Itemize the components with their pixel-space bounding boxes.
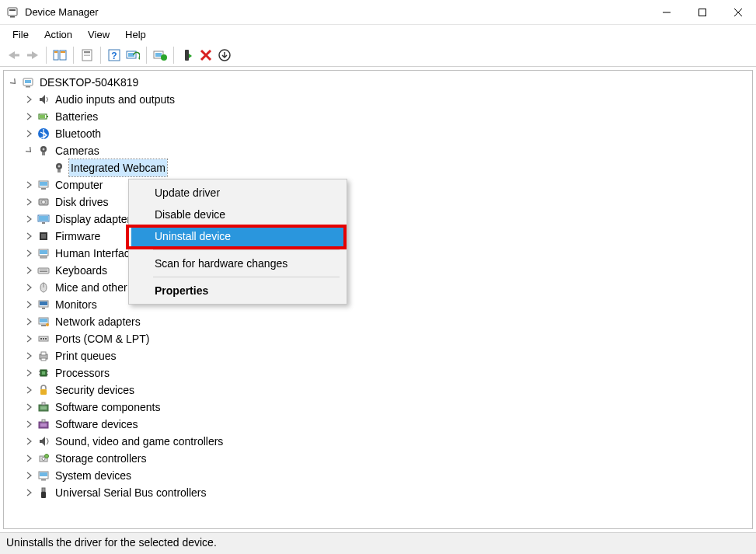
expand-toggle[interactable] xyxy=(24,214,35,225)
tree-root[interactable]: DESKTOP-504K819 xyxy=(9,74,752,91)
menu-view[interactable]: View xyxy=(80,27,117,42)
category-cpu[interactable]: Processors xyxy=(9,364,752,382)
node-label: Storage controllers xyxy=(54,450,148,467)
port-icon xyxy=(37,332,51,346)
battery-icon xyxy=(37,110,51,124)
close-button[interactable] xyxy=(720,0,756,25)
collapse-toggle[interactable] xyxy=(9,77,19,88)
expand-toggle[interactable] xyxy=(24,487,35,498)
svg-rect-14 xyxy=(84,51,90,53)
category-disk[interactable]: Disk drives xyxy=(9,193,752,211)
expand-toggle[interactable] xyxy=(24,385,35,395)
expand-toggle[interactable] xyxy=(24,179,35,190)
category-monitor[interactable]: Monitors xyxy=(9,296,752,313)
uninstall-device-button[interactable] xyxy=(197,46,215,64)
category-security[interactable]: Security devices xyxy=(9,382,752,399)
expand-toggle[interactable] xyxy=(24,453,35,464)
expand-toggle[interactable] xyxy=(24,111,35,122)
svg-rect-93 xyxy=(41,492,46,498)
svg-rect-90 xyxy=(40,472,47,476)
menu-file[interactable]: File xyxy=(5,27,37,42)
category-port[interactable]: Ports (COM & LPT) xyxy=(9,330,752,347)
category-swcomp[interactable]: Software components xyxy=(9,399,752,416)
maximize-button[interactable] xyxy=(685,0,720,25)
category-sound[interactable]: Sound, video and game controllers xyxy=(9,433,752,450)
svg-rect-29 xyxy=(25,80,31,83)
svg-rect-84 xyxy=(40,423,47,427)
statusbar: Uninstalls the driver for the selected d… xyxy=(0,532,756,554)
expand-toggle[interactable] xyxy=(24,94,35,105)
forward-button[interactable] xyxy=(23,46,42,64)
expand-toggle[interactable] xyxy=(24,419,35,430)
node-label: Firmware xyxy=(54,228,102,245)
back-button[interactable] xyxy=(5,46,23,64)
expand-toggle[interactable] xyxy=(24,197,35,207)
category-camera[interactable]: Cameras xyxy=(9,142,752,159)
category-bluetooth[interactable]: Bluetooth xyxy=(9,125,752,142)
category-keyboard[interactable]: Keyboards xyxy=(9,262,752,279)
category-network[interactable]: Network adapters xyxy=(9,313,752,330)
collapse-toggle[interactable] xyxy=(24,145,35,156)
category-hid[interactable]: Human Interface Devices xyxy=(9,245,752,262)
app-icon xyxy=(6,6,19,19)
expand-toggle[interactable] xyxy=(24,265,35,276)
minimize-button[interactable] xyxy=(649,0,685,25)
mouse-icon xyxy=(37,280,51,294)
category-system[interactable]: System devices xyxy=(9,467,752,484)
expand-toggle[interactable] xyxy=(24,316,35,327)
cm-scan-hardware[interactable]: Scan for hardware changes xyxy=(131,253,344,274)
content: DESKTOP-504K819 Audio inputs and outputs… xyxy=(0,67,756,532)
expand-toggle[interactable] xyxy=(24,282,35,293)
cm-update-driver[interactable]: Update driver xyxy=(131,182,344,204)
scan-hardware-button[interactable] xyxy=(124,46,142,64)
cm-properties[interactable]: Properties xyxy=(131,280,344,301)
disable-device-button[interactable] xyxy=(215,46,234,64)
category-swdev[interactable]: Software devices xyxy=(9,416,752,433)
node-label: DESKTOP-504K819 xyxy=(38,74,140,91)
category-storage[interactable]: Storage controllers xyxy=(9,450,752,467)
cm-separator xyxy=(153,277,340,277)
expand-toggle[interactable] xyxy=(24,368,35,378)
cm-disable-device[interactable]: Disable device xyxy=(131,204,344,225)
device-item[interactable]: Integrated Webcam xyxy=(9,159,752,176)
hid-icon xyxy=(37,246,51,260)
update-driver-button[interactable] xyxy=(151,46,169,64)
category-computer[interactable]: Computer xyxy=(9,176,752,193)
category-firmware[interactable]: Firmware xyxy=(9,228,752,245)
svg-rect-67 xyxy=(40,338,42,340)
svg-rect-68 xyxy=(43,338,44,340)
node-label: Network adapters xyxy=(54,313,142,330)
expand-toggle[interactable] xyxy=(24,128,35,139)
category-printer[interactable]: Print queues xyxy=(9,347,752,364)
svg-rect-43 xyxy=(41,188,46,190)
cm-uninstall-device[interactable]: Uninstall device xyxy=(131,225,344,247)
svg-rect-4 xyxy=(699,9,706,16)
properties-button[interactable] xyxy=(78,46,96,64)
category-display[interactable]: Display adapters xyxy=(9,211,752,228)
svg-rect-55 xyxy=(40,270,47,270)
device-tree[interactable]: DESKTOP-504K819 Audio inputs and outputs… xyxy=(3,70,753,529)
expand-toggle[interactable] xyxy=(24,470,35,481)
expand-toggle[interactable] xyxy=(24,402,35,413)
expand-toggle[interactable] xyxy=(24,248,35,259)
category-audio[interactable]: Audio inputs and outputs xyxy=(9,91,752,108)
enable-device-button[interactable] xyxy=(178,46,197,64)
svg-rect-56 xyxy=(40,271,47,272)
menu-action[interactable]: Action xyxy=(37,27,80,42)
category-mouse[interactable]: Mice and other pointing devices xyxy=(9,279,752,296)
show-hide-console-button[interactable] xyxy=(51,46,69,64)
node-label: Universal Serial Bus controllers xyxy=(54,484,208,501)
menu-help[interactable]: Help xyxy=(117,27,154,42)
expand-toggle[interactable] xyxy=(24,299,35,310)
category-battery[interactable]: Batteries xyxy=(9,108,752,125)
expand-toggle[interactable] xyxy=(24,333,35,344)
help-button[interactable]: ? xyxy=(105,46,124,64)
svg-rect-22 xyxy=(155,53,162,57)
node-label: Cameras xyxy=(54,142,101,159)
category-usb[interactable]: Universal Serial Bus controllers xyxy=(9,484,752,501)
expand-toggle[interactable] xyxy=(24,231,35,242)
display-icon xyxy=(37,212,51,226)
camera-icon xyxy=(52,161,66,175)
expand-toggle[interactable] xyxy=(24,350,35,361)
expand-toggle[interactable] xyxy=(24,436,35,447)
